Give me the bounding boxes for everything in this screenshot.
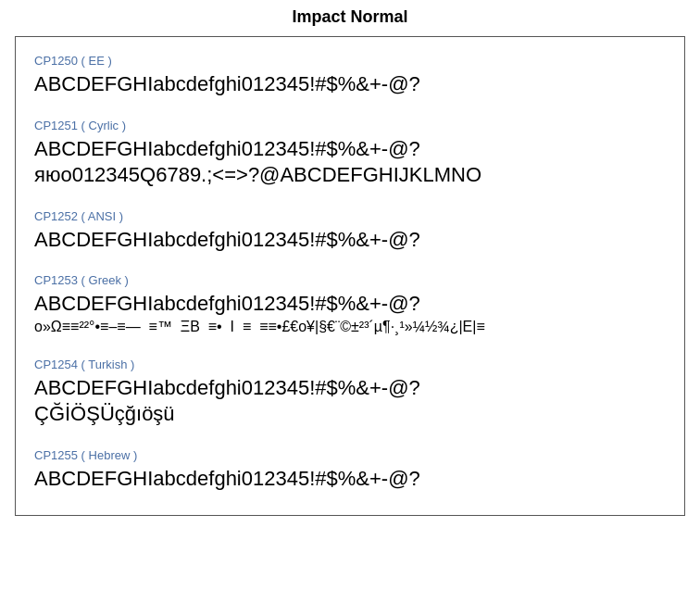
charset-block-cp1250: CP1250 ( EE ) ABCDEFGHIabcdefghi012345!#… [34,46,666,98]
charset-sample-cp1255: ABCDEFGHIabcdefghi012345!#$%&+-@? [34,466,666,493]
charset-sample-cp1252: ABCDEFGHIabcdefghi012345!#$%&+-@? [34,227,666,254]
page-title: Impact Normal [15,7,685,27]
charset-sample-cp1254-line1: ABCDEFGHIabcdefghi012345!#$%&+-@? [34,375,666,402]
charset-label-cp1253: CP1253 ( Greek ) [34,273,666,287]
charset-block-cp1254: CP1254 ( Turkish ) ABCDEFGHIabcdefghi012… [34,350,666,428]
charset-block-cp1251: CP1251 ( Cyrlic ) ABCDEFGHIabcdefghi0123… [34,111,666,189]
charset-sample-cp1253-line1: ABCDEFGHIabcdefghi012345!#$%&+-@? [34,291,666,318]
charset-label-cp1252: CP1252 ( ANSI ) [34,209,666,223]
font-preview-container: CP1250 ( EE ) ABCDEFGHIabcdefghi012345!#… [15,36,685,516]
charset-sample-cp1253-line2: ο»Ω≡≡²²°•≡–≡— ≡™ ΞΒ ≡• Ι ≡ ≡≡•£€ο¥|§€¨©±… [34,318,666,337]
charset-label-cp1255: CP1255 ( Hebrew ) [34,448,666,462]
charset-label-cp1251: CP1251 ( Cyrlic ) [34,119,666,132]
charset-label-cp1254: CP1254 ( Turkish ) [34,358,666,371]
charset-block-cp1253: CP1253 ( Greek ) ABCDEFGHIabcdefghi01234… [34,266,666,336]
charset-label-cp1250: CP1250 ( EE ) [34,54,666,68]
charset-sample-cp1251-line2: яюо012345Q6789.;<=>?@ABCDEFGHIJKLMNO [34,162,666,189]
charset-block-cp1255: CP1255 ( Hebrew ) ABCDEFGHIabcdefghi0123… [34,441,666,493]
charset-sample-cp1254-line2: ÇĞİÖŞÜçğıöşü [34,401,666,428]
charset-sample-cp1251-line1: ABCDEFGHIabcdefghi012345!#$%&+-@? [34,136,666,163]
charset-sample-cp1250: ABCDEFGHIabcdefghi012345!#$%&+-@? [34,71,666,98]
charset-block-cp1252: CP1252 ( ANSI ) ABCDEFGHIabcdefghi012345… [34,202,666,254]
